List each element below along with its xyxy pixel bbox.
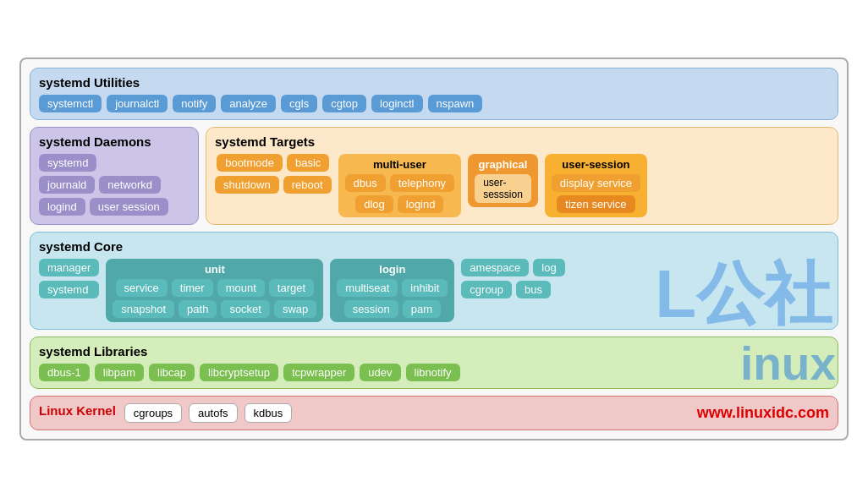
chip-util-journalctl: journalctl bbox=[107, 95, 168, 112]
chip-session: session bbox=[344, 300, 398, 318]
targets-section: systemd Targets bootmode basic shutdown … bbox=[206, 127, 838, 225]
targets-row1: bootmode basic bbox=[215, 154, 332, 172]
chip-lib-libnotify: libnotify bbox=[406, 364, 460, 381]
chip-multiseat: multiseat bbox=[337, 279, 398, 297]
graphical-label: graphical bbox=[479, 158, 528, 171]
chip-inhibit: inhibit bbox=[402, 279, 448, 297]
kernel-section: Linux Kernel cgroupsautofskdbus www.linu… bbox=[30, 396, 838, 430]
chip-dbus: dbus bbox=[345, 174, 386, 192]
core-left: manager systemd bbox=[39, 259, 99, 298]
chip-lib-udev: udev bbox=[360, 364, 400, 381]
chip-lib-tcpwrapper: tcpwrapper bbox=[283, 364, 354, 381]
core-title: systemd Core bbox=[39, 239, 829, 254]
daemons-section: systemd Daemons systemdjournaldnetworkdl… bbox=[30, 127, 199, 225]
chip-daemon-user-session: user session bbox=[90, 198, 168, 216]
targets-usersession-group: user-session display service tizen servi… bbox=[545, 154, 647, 217]
libraries-chips-row: dbus-1libpamlibcaplibcryptsetuptcpwrappe… bbox=[39, 364, 829, 381]
chip-systemd: systemd bbox=[39, 281, 99, 298]
chip-tizen-service: tizen service bbox=[557, 195, 635, 213]
multiuser-row2: dlog logind bbox=[345, 195, 455, 213]
core-right: amespace log cgroup bus bbox=[461, 259, 564, 298]
targets-row2: shutdown reboot bbox=[215, 176, 332, 194]
chip-cgroup: cgroup bbox=[461, 281, 512, 298]
kernel-url: www.linuxidc.com bbox=[697, 404, 829, 422]
chip-kernel-cgroups: cgroups bbox=[124, 403, 182, 423]
chip-mount: mount bbox=[217, 279, 265, 297]
chip-util-cgtop: cgtop bbox=[322, 95, 366, 112]
chip-util-notify: notify bbox=[173, 95, 216, 112]
chip-manager: manager bbox=[39, 259, 99, 276]
chip-namespace: amespace bbox=[461, 259, 529, 276]
utilities-chips-row: systemctljournalctlnotifyanalyzecglscgto… bbox=[39, 95, 829, 112]
chip-lib-libcryptsetup: libcryptsetup bbox=[200, 364, 278, 381]
core-inner: manager systemd unit service timer mount… bbox=[39, 259, 829, 322]
chip-shutdown: shutdown bbox=[215, 176, 279, 194]
chip-snapshot: snapshot bbox=[113, 300, 174, 318]
targets-graphical-group: graphical user-sesssion bbox=[468, 154, 538, 207]
targets-inner: bootmode basic shutdown reboot multi-use… bbox=[215, 154, 829, 217]
chip-lib-libpam: libpam bbox=[95, 364, 144, 381]
chip-user-sesssion: user-sesssion bbox=[475, 174, 531, 203]
chip-lib-libcap: libcap bbox=[149, 364, 195, 381]
chip-daemon-logind: logind bbox=[39, 198, 85, 216]
core-section: systemd Core manager systemd unit servic… bbox=[30, 232, 838, 330]
libraries-title: systemd Libraries bbox=[39, 344, 829, 358]
kernel-chips-row: cgroupsautofskdbus bbox=[124, 403, 689, 423]
chip-socket: socket bbox=[221, 300, 270, 318]
unit-row1: service timer mount target bbox=[113, 279, 316, 297]
daemons-targets-row: systemd Daemons systemdjournaldnetworkdl… bbox=[30, 127, 838, 225]
chip-logind: logind bbox=[398, 195, 444, 213]
login-label: login bbox=[337, 263, 448, 276]
chip-lib-dbus-1: dbus-1 bbox=[39, 364, 90, 381]
chip-bus: bus bbox=[516, 281, 551, 298]
daemons-inner: systemdjournaldnetworkdloginduser sessio… bbox=[39, 154, 190, 216]
multiuser-row1: dbus telephony bbox=[345, 174, 455, 192]
unit-label: unit bbox=[113, 263, 316, 276]
chip-log: log bbox=[533, 259, 564, 276]
targets-title: systemd Targets bbox=[215, 134, 829, 149]
libraries-section: systemd Libraries dbus-1libpamlibcaplibc… bbox=[30, 337, 838, 389]
usersession-label: user-session bbox=[562, 158, 629, 171]
utilities-section: systemd Utilities systemctljournalctlnot… bbox=[30, 68, 838, 120]
chip-service: service bbox=[116, 279, 168, 297]
chip-kernel-kdbus: kdbus bbox=[244, 403, 293, 423]
chip-display-service: display service bbox=[552, 174, 640, 192]
chip-path: path bbox=[179, 300, 217, 318]
targets-col1: bootmode basic shutdown reboot bbox=[215, 154, 332, 194]
chip-util-analyze: analyze bbox=[221, 95, 276, 112]
unit-row2: snapshot path socket swap bbox=[113, 300, 316, 318]
chip-dlog: dlog bbox=[355, 195, 393, 213]
chip-bootmode: bootmode bbox=[217, 154, 283, 172]
core-unit-group: unit service timer mount target snapshot… bbox=[106, 259, 323, 322]
chip-reboot: reboot bbox=[283, 176, 332, 194]
chip-util-nspawn: nspawn bbox=[428, 95, 483, 112]
chip-daemon-systemd: systemd bbox=[39, 154, 96, 172]
chip-swap: swap bbox=[274, 300, 316, 318]
login-row2: session pam bbox=[337, 300, 448, 318]
login-row1: multiseat inhibit bbox=[337, 279, 448, 297]
chip-util-loginctl: loginctl bbox=[371, 95, 422, 112]
chip-basic: basic bbox=[287, 154, 329, 172]
daemons-title: systemd Daemons bbox=[39, 134, 190, 149]
chip-util-cgls: cgls bbox=[281, 95, 317, 112]
chip-target: target bbox=[269, 279, 314, 297]
chip-daemon-networkd: networkd bbox=[99, 176, 161, 194]
core-login-group: login multiseat inhibit session pam bbox=[330, 259, 454, 322]
multiuser-label: multi-user bbox=[345, 158, 455, 171]
chip-util-systemctl: systemctl bbox=[39, 95, 102, 112]
targets-multiuser-group: multi-user dbus telephony dlog logind bbox=[338, 154, 462, 217]
kernel-inner: Linux Kernel cgroupsautofskdbus www.linu… bbox=[39, 403, 829, 423]
chip-kernel-autofs: autofs bbox=[189, 403, 237, 423]
chip-daemon-journald: journald bbox=[39, 176, 95, 194]
chip-pam: pam bbox=[403, 300, 441, 318]
kernel-title: Linux Kernel bbox=[39, 403, 116, 418]
utilities-title: systemd Utilities bbox=[39, 75, 829, 90]
chip-telephony: telephony bbox=[390, 174, 454, 192]
chip-timer: timer bbox=[172, 279, 213, 297]
